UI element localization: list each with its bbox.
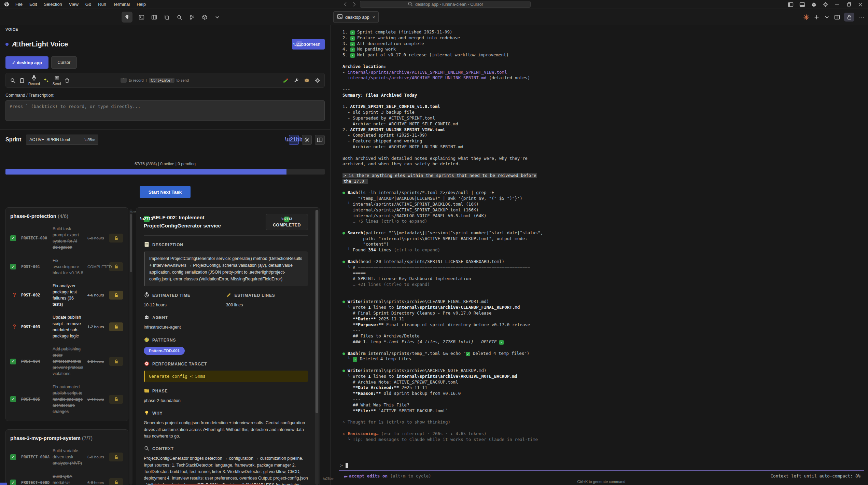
task-detail-title: \u2713SELF-002: Implement ProjectConfigG… xyxy=(144,214,261,230)
layout-columns-icon[interactable] xyxy=(150,13,158,21)
chevron-down-icon[interactable] xyxy=(213,13,221,21)
caterpillar-icon[interactable] xyxy=(283,78,289,83)
start-next-task-button[interactable]: Start Next Task xyxy=(140,186,191,198)
menu-edit[interactable]: Edit xyxy=(26,1,40,8)
sprint-settings-button[interactable] xyxy=(302,135,312,145)
record-button[interactable]: Record xyxy=(28,75,40,86)
lock-icon[interactable] xyxy=(109,291,123,300)
refresh-icon: \u21bb xyxy=(296,41,302,47)
palette-icon xyxy=(144,337,150,344)
git-branch-icon[interactable] xyxy=(188,13,196,21)
menu-go[interactable]: Go xyxy=(82,1,94,8)
terminal-tab-desktop-app[interactable]: desktop app × xyxy=(333,11,379,23)
check-icon: ✓ xyxy=(350,47,355,52)
trash-icon[interactable] xyxy=(64,78,70,83)
task-done-icon: ✓ xyxy=(10,235,16,241)
task-list-scrollbar[interactable]: \u25b2 xyxy=(129,209,132,485)
task-row[interactable]: ?POST-002Fix analyzer package test failu… xyxy=(10,283,124,308)
clipboard-icon[interactable] xyxy=(19,78,25,83)
copy-pages-icon[interactable] xyxy=(163,13,170,21)
lock-icon[interactable] xyxy=(109,357,123,366)
refresh-button[interactable]: \u21bb Refresh xyxy=(292,39,325,50)
menu-view[interactable]: View xyxy=(66,1,82,8)
menu-help[interactable]: Help xyxy=(134,1,149,8)
status-badge: \u2713 COMPLETED xyxy=(266,214,308,230)
menu-terminal[interactable]: Terminal xyxy=(110,1,133,8)
tab-desktop-app[interactable]: ✓ desktop app xyxy=(5,56,48,69)
terminal-line xyxy=(342,184,868,190)
wrench-icon[interactable] xyxy=(293,78,299,83)
tab-cursor[interactable]: Cursor xyxy=(51,56,77,69)
lock-icon[interactable] xyxy=(109,234,123,242)
layout-sidebar-icon[interactable] xyxy=(785,0,796,9)
minimize-icon[interactable] xyxy=(832,0,842,9)
task-hours: 1-2 hours xyxy=(87,325,107,329)
terminal-line xyxy=(342,425,868,431)
task-row[interactable]: ✓POST-001Fix .vscodeignore bloat for v0.… xyxy=(10,258,124,276)
menu-selection[interactable]: Selection xyxy=(41,1,65,8)
accept-edits-toggle[interactable]: ▶▶accept edits on (alt+m to cycle) xyxy=(344,473,431,479)
task-row[interactable]: ✓PROTECT-000Build task prompt export sys… xyxy=(10,226,124,251)
gear-icon[interactable] xyxy=(820,0,830,9)
transcription-input[interactable] xyxy=(5,100,325,121)
task-row[interactable]: ✓PROTECT-000DBuild Q&A modal UI (generic… xyxy=(10,473,124,485)
package-icon[interactable] xyxy=(304,78,310,83)
close-icon[interactable] xyxy=(855,0,865,9)
layout-panel-icon[interactable] xyxy=(797,0,807,9)
terminal-panel[interactable]: 1. ✓ Sprint complete (finished 2025-11-0… xyxy=(331,25,868,485)
sprint-select[interactable]: ACTIVE_SPRINT.toml \u25be xyxy=(26,135,98,145)
terminal-line: - Archive note: ARCHIVE_NOTE_UNLINK_SPRI… xyxy=(342,144,868,150)
task-row[interactable]: ?POST-003Update publish script - remove … xyxy=(10,314,124,339)
nav-back-icon[interactable] xyxy=(342,1,348,8)
scroll-down-indicator[interactable]: \u25be xyxy=(323,477,334,481)
send-button[interactable]: Send xyxy=(53,75,61,86)
search-tool-icon[interactable] xyxy=(10,78,16,83)
terminal-tab-close-icon[interactable]: × xyxy=(373,15,375,20)
box-icon[interactable] xyxy=(201,13,208,21)
ellipsis-icon[interactable] xyxy=(858,13,865,21)
terminal-log[interactable]: 1. ✓ Sprint complete (finished 2025-11-0… xyxy=(331,25,868,442)
task-row[interactable]: ✓POST-004Add publishing order enforcemen… xyxy=(10,346,124,377)
performance-target: Generate config < 50ms xyxy=(144,371,308,382)
command-center-search[interactable]: desktop app - lumina-clean - Cursor xyxy=(360,1,531,8)
split-editor-icon[interactable] xyxy=(834,13,840,21)
sparkles-icon[interactable] xyxy=(43,78,49,83)
detail-scrollbar[interactable] xyxy=(315,210,319,485)
task-row[interactable]: ✓PROTECT-000ABuild variable-driven task … xyxy=(10,448,124,466)
terminal-line: "content") xyxy=(342,241,868,247)
search-icon[interactable] xyxy=(176,13,183,21)
terminal-line xyxy=(342,253,868,259)
lock-icon[interactable] xyxy=(109,453,123,461)
task-row[interactable]: ✓POST-005Fix automated publish script to… xyxy=(10,384,124,415)
task-list-column[interactable]: phase-0-protection (4/6)✓PROTECT-000Buil… xyxy=(5,207,132,485)
terminal-line: **File:** `ACTIVE_SPRINT_BACKUP.toml` xyxy=(342,408,868,414)
chevron-down-icon[interactable] xyxy=(824,13,830,21)
task-title: Fix analyzer package test failures (36 t… xyxy=(53,283,85,308)
check-icon: ✓ xyxy=(350,53,355,58)
terminal-line: ✳ Envisioning… (esc to interrupt · 266s … xyxy=(342,431,868,437)
settings-gear-icon[interactable] xyxy=(314,78,320,83)
lock-icon[interactable] xyxy=(109,262,123,271)
nav-forward-icon[interactable] xyxy=(351,1,357,8)
cube-icon[interactable] xyxy=(809,0,819,9)
terminal-line: └ # ====================================… xyxy=(342,265,868,271)
lock-icon[interactable] xyxy=(109,322,123,331)
menu-file[interactable]: File xyxy=(12,1,26,8)
lock-icon[interactable] xyxy=(109,395,123,404)
plus-icon[interactable] xyxy=(813,13,820,21)
pattern-pill[interactable]: Pattern-TDD-001 xyxy=(144,347,185,355)
header-strip: desktop app × xyxy=(0,9,868,25)
sprint-split-button[interactable] xyxy=(315,135,325,145)
menu-run[interactable]: Run xyxy=(95,1,109,8)
starburst-icon[interactable] xyxy=(803,13,809,21)
terminal-prompt-input[interactable]: > xyxy=(339,460,864,470)
lock-icon[interactable] xyxy=(844,13,854,22)
lock-icon[interactable] xyxy=(109,478,123,485)
bulb-icon xyxy=(144,410,150,417)
sprint-refresh-button[interactable]: \u21bb xyxy=(289,135,299,145)
terminal-line: └ internal/sprints/ACTIVE_SPRINT_BACKLOG… xyxy=(342,202,868,207)
moth-active-icon[interactable] xyxy=(122,12,132,23)
task-hours: 1-2 hours xyxy=(87,359,107,363)
terminal-icon[interactable] xyxy=(138,13,145,21)
maximize-icon[interactable] xyxy=(843,0,854,9)
